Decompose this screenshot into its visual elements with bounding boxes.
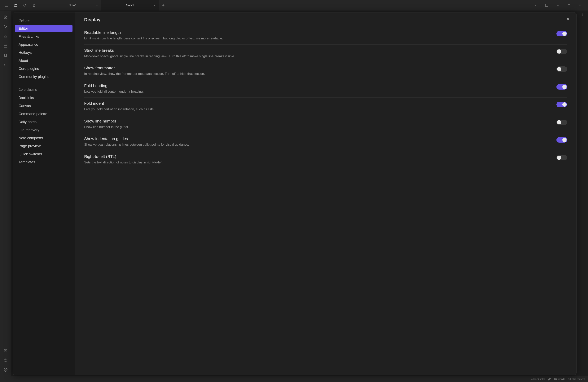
apps-icon[interactable] — [2, 33, 9, 40]
settings-nav-item[interactable]: Note composer — [15, 134, 72, 142]
setting-name: Show line number — [84, 119, 552, 123]
section-header-core-plugins: Core plugins — [15, 86, 72, 94]
settings-nav-item[interactable]: Canvas — [15, 102, 72, 110]
setting-name: Right-to-left (RTL) — [84, 154, 552, 159]
settings-nav-item[interactable]: Command palette — [15, 110, 72, 118]
graph-icon[interactable] — [2, 23, 9, 30]
toggle[interactable] — [556, 67, 567, 72]
toggle[interactable] — [556, 102, 567, 107]
settings-nav-item[interactable]: File recovery — [15, 126, 72, 134]
svg-rect-9 — [4, 37, 5, 38]
setting-item: Show frontmatterIn reading view, show th… — [84, 62, 567, 80]
svg-point-13 — [5, 350, 6, 351]
settings-nav-item[interactable]: Appearance — [15, 41, 72, 48]
settings-nav-item[interactable]: Quick switcher — [15, 150, 72, 158]
setting-description: Lets you fold part of an indentation, su… — [84, 107, 552, 112]
tabs: Note1 Note1 — [44, 0, 532, 11]
setting-description: Show vertical relationship lines between… — [84, 142, 552, 147]
svg-point-15 — [5, 369, 6, 370]
setting-description: Show line number in the gutter. — [84, 125, 552, 130]
settings-sidebar: Options EditorFiles & LinksAppearanceHot… — [13, 12, 75, 375]
tab-title: Note1 — [126, 4, 134, 7]
toggle[interactable] — [556, 120, 567, 125]
setting-item: Show indentation guidesShow vertical rel… — [84, 133, 567, 151]
settings-nav-item[interactable]: Community plugins — [15, 73, 72, 81]
setting-name: Fold heading — [84, 83, 552, 88]
settings-section-title: Display — [84, 17, 567, 25]
setting-description: In reading view, show the frontmatter me… — [84, 71, 552, 76]
close-icon[interactable] — [95, 3, 99, 7]
settings-nav-item[interactable]: Backlinks — [15, 94, 72, 102]
vault-icon[interactable] — [2, 347, 9, 354]
toggle[interactable] — [556, 49, 567, 54]
setting-description: Markdown specs ignore single line breaks… — [84, 54, 552, 59]
top-toolbar: Note1 Note1 — [0, 0, 588, 11]
new-tab-button[interactable] — [159, 0, 168, 11]
svg-point-17 — [582, 15, 583, 15]
tab[interactable]: Note1 — [101, 0, 159, 11]
settings-nav-item[interactable]: Core plugins — [15, 65, 72, 72]
close-settings-button[interactable] — [565, 16, 571, 22]
star-icon[interactable] — [30, 1, 38, 10]
setting-description: Sets the text direction of notes to disp… — [84, 160, 552, 165]
settings-content: Display Readable line lengthLimit maximu… — [75, 12, 576, 375]
svg-rect-11 — [4, 45, 7, 47]
svg-rect-10 — [6, 37, 7, 38]
toggle[interactable] — [556, 137, 567, 143]
settings-nav-item[interactable]: Files & Links — [15, 33, 72, 40]
help-icon[interactable] — [2, 357, 9, 364]
svg-rect-3 — [568, 4, 570, 6]
setting-name: Readable line length — [84, 30, 552, 35]
setting-name: Show frontmatter — [84, 66, 552, 70]
settings-nav-item[interactable]: Page preview — [15, 142, 72, 150]
sidebar-toggle-icon[interactable] — [2, 1, 11, 10]
setting-item: Fold indentLets you fold part of an inde… — [84, 98, 567, 115]
files-icon[interactable] — [2, 52, 9, 59]
settings-nav-item[interactable]: Hotkeys — [15, 49, 72, 56]
setting-item: Fold headingLets you fold all content un… — [84, 80, 567, 98]
setting-item: Right-to-left (RTL)Sets the text directi… — [84, 151, 567, 168]
setting-item: Readable line lengthLimit maximum line l… — [84, 27, 567, 45]
folder-icon[interactable] — [11, 1, 20, 10]
close-window-icon[interactable] — [577, 2, 583, 9]
settings-nav-item[interactable]: Templates — [15, 158, 72, 166]
search-icon[interactable] — [21, 1, 29, 10]
setting-name: Show indentation guides — [84, 136, 552, 141]
settings-icon[interactable] — [2, 366, 9, 373]
terminal-icon[interactable] — [2, 62, 9, 68]
more-icon[interactable] — [581, 13, 584, 17]
svg-point-1 — [23, 4, 26, 6]
status-characters: 81 characters — [568, 377, 585, 381]
status-bar: 4 backlinks 16 words 81 characters — [0, 376, 588, 382]
panel-icon[interactable] — [543, 2, 550, 9]
setting-item: Show line numberShow line number in the … — [84, 115, 567, 133]
close-icon[interactable] — [152, 3, 156, 7]
toggle[interactable] — [556, 84, 567, 90]
tab-title: Note1 — [68, 4, 77, 7]
status-backlinks[interactable]: 4 backlinks — [531, 377, 545, 381]
setting-description: Lets you fold all content under a headin… — [84, 89, 552, 94]
svg-rect-7 — [4, 35, 5, 36]
settings-nav-item[interactable]: Daily notes — [15, 118, 72, 126]
maximize-icon[interactable] — [566, 2, 572, 9]
edit-icon[interactable] — [548, 378, 551, 381]
tab[interactable]: Note1 — [44, 0, 101, 11]
svg-rect-8 — [6, 35, 7, 36]
svg-point-18 — [582, 16, 583, 16]
minimize-icon[interactable] — [554, 2, 561, 9]
toggle[interactable] — [556, 31, 567, 36]
svg-rect-2 — [545, 4, 548, 6]
setting-name: Strict line breaks — [84, 48, 552, 53]
status-words: 16 words — [554, 377, 565, 381]
settings-nav-item[interactable]: Editor — [15, 25, 72, 32]
settings-modal: Options EditorFiles & LinksAppearanceHot… — [13, 12, 577, 375]
file-plus-icon[interactable] — [2, 14, 9, 21]
settings-nav-item[interactable]: About — [15, 57, 72, 65]
setting-name: Fold indent — [84, 101, 552, 106]
chevron-down-icon[interactable] — [532, 2, 539, 9]
left-rail — [0, 11, 11, 376]
svg-point-16 — [582, 14, 583, 14]
toggle[interactable] — [556, 155, 567, 160]
svg-rect-0 — [5, 4, 8, 6]
calendar-icon[interactable] — [2, 43, 9, 49]
